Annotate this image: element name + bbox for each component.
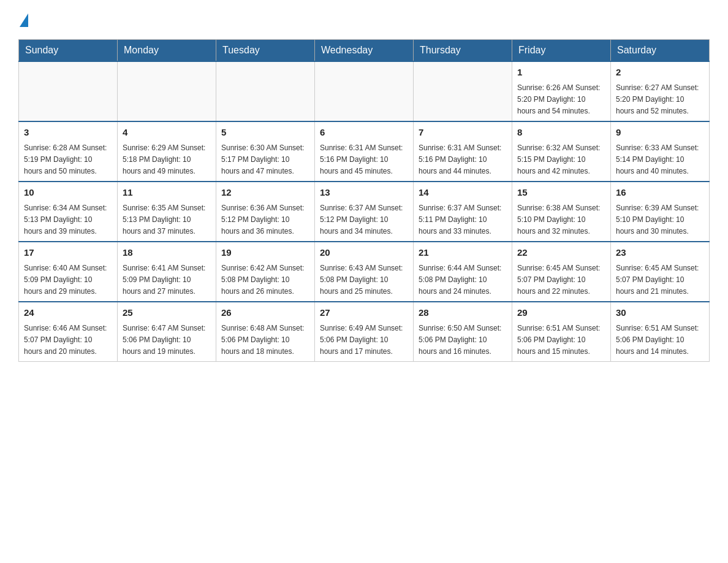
day-info: Sunrise: 6:50 AM Sunset: 5:06 PM Dayligh… [419, 323, 507, 358]
day-number: 19 [221, 246, 309, 260]
day-info: Sunrise: 6:26 AM Sunset: 5:20 PM Dayligh… [517, 82, 605, 118]
day-info: Sunrise: 6:31 AM Sunset: 5:16 PM Dayligh… [419, 142, 507, 178]
day-info: Sunrise: 6:51 AM Sunset: 5:06 PM Dayligh… [616, 323, 704, 358]
day-number: 11 [123, 186, 211, 200]
calendar-day-cell: 4Sunrise: 6:29 AM Sunset: 5:18 PM Daylig… [118, 121, 216, 182]
logo [18, 12, 28, 27]
day-number: 1 [517, 66, 605, 80]
day-number: 24 [24, 306, 112, 320]
day-of-week-header: Sunday [19, 40, 118, 62]
day-number: 3 [24, 126, 112, 140]
day-info: Sunrise: 6:47 AM Sunset: 5:06 PM Dayligh… [123, 323, 211, 358]
day-info: Sunrise: 6:39 AM Sunset: 5:10 PM Dayligh… [616, 202, 704, 238]
day-number: 8 [517, 126, 605, 140]
day-info: Sunrise: 6:49 AM Sunset: 5:06 PM Dayligh… [320, 323, 408, 358]
day-number: 20 [320, 246, 408, 260]
day-number: 28 [419, 306, 507, 320]
day-of-week-header: Friday [512, 40, 611, 62]
calendar-day-cell: 9Sunrise: 6:33 AM Sunset: 5:14 PM Daylig… [611, 121, 710, 182]
calendar-day-cell: 30Sunrise: 6:51 AM Sunset: 5:06 PM Dayli… [611, 302, 710, 362]
calendar-week-row: 1Sunrise: 6:26 AM Sunset: 5:20 PM Daylig… [19, 61, 710, 121]
calendar-day-cell: 13Sunrise: 6:37 AM Sunset: 5:12 PM Dayli… [315, 182, 414, 242]
page-header [18, 12, 710, 27]
day-number: 22 [517, 246, 605, 260]
day-of-week-header: Wednesday [315, 40, 414, 62]
day-number: 27 [320, 306, 408, 320]
calendar-day-cell: 29Sunrise: 6:51 AM Sunset: 5:06 PM Dayli… [512, 302, 611, 362]
day-info: Sunrise: 6:43 AM Sunset: 5:08 PM Dayligh… [320, 262, 408, 298]
day-number: 12 [221, 186, 309, 200]
calendar-day-cell: 8Sunrise: 6:32 AM Sunset: 5:15 PM Daylig… [512, 121, 611, 182]
day-number: 17 [24, 246, 112, 260]
day-of-week-header: Saturday [611, 40, 710, 62]
day-info: Sunrise: 6:29 AM Sunset: 5:18 PM Dayligh… [123, 142, 211, 178]
day-info: Sunrise: 6:44 AM Sunset: 5:08 PM Dayligh… [419, 262, 507, 298]
calendar-day-cell: 24Sunrise: 6:46 AM Sunset: 5:07 PM Dayli… [19, 302, 118, 362]
calendar-day-cell: 21Sunrise: 6:44 AM Sunset: 5:08 PM Dayli… [414, 242, 512, 302]
day-number: 2 [616, 66, 704, 80]
day-info: Sunrise: 6:37 AM Sunset: 5:11 PM Dayligh… [419, 202, 507, 238]
calendar-header-row: SundayMondayTuesdayWednesdayThursdayFrid… [19, 40, 710, 62]
day-info: Sunrise: 6:51 AM Sunset: 5:06 PM Dayligh… [517, 323, 605, 358]
day-info: Sunrise: 6:42 AM Sunset: 5:08 PM Dayligh… [221, 262, 309, 298]
day-number: 9 [616, 126, 704, 140]
calendar-day-cell: 27Sunrise: 6:49 AM Sunset: 5:06 PM Dayli… [315, 302, 414, 362]
day-info: Sunrise: 6:48 AM Sunset: 5:06 PM Dayligh… [221, 323, 309, 358]
day-number: 23 [616, 246, 704, 260]
calendar-week-row: 24Sunrise: 6:46 AM Sunset: 5:07 PM Dayli… [19, 302, 710, 362]
day-info: Sunrise: 6:45 AM Sunset: 5:07 PM Dayligh… [616, 262, 704, 298]
calendar-day-cell: 23Sunrise: 6:45 AM Sunset: 5:07 PM Dayli… [611, 242, 710, 302]
day-number: 30 [616, 306, 704, 320]
calendar-day-cell: 15Sunrise: 6:38 AM Sunset: 5:10 PM Dayli… [512, 182, 611, 242]
calendar-day-cell: 22Sunrise: 6:45 AM Sunset: 5:07 PM Dayli… [512, 242, 611, 302]
calendar-day-cell: 26Sunrise: 6:48 AM Sunset: 5:06 PM Dayli… [216, 302, 315, 362]
day-info: Sunrise: 6:27 AM Sunset: 5:20 PM Dayligh… [616, 82, 704, 118]
calendar-day-cell: 7Sunrise: 6:31 AM Sunset: 5:16 PM Daylig… [414, 121, 512, 182]
calendar-day-cell: 5Sunrise: 6:30 AM Sunset: 5:17 PM Daylig… [216, 121, 315, 182]
day-number: 25 [123, 306, 211, 320]
calendar-day-cell [19, 61, 118, 121]
calendar-table: SundayMondayTuesdayWednesdayThursdayFrid… [18, 39, 710, 362]
day-info: Sunrise: 6:40 AM Sunset: 5:09 PM Dayligh… [24, 262, 112, 298]
day-info: Sunrise: 6:41 AM Sunset: 5:09 PM Dayligh… [123, 262, 211, 298]
calendar-day-cell: 11Sunrise: 6:35 AM Sunset: 5:13 PM Dayli… [118, 182, 216, 242]
logo-triangle-icon [20, 13, 28, 27]
calendar-day-cell: 25Sunrise: 6:47 AM Sunset: 5:06 PM Dayli… [118, 302, 216, 362]
day-info: Sunrise: 6:34 AM Sunset: 5:13 PM Dayligh… [24, 202, 112, 238]
calendar-day-cell: 28Sunrise: 6:50 AM Sunset: 5:06 PM Dayli… [414, 302, 512, 362]
calendar-day-cell: 19Sunrise: 6:42 AM Sunset: 5:08 PM Dayli… [216, 242, 315, 302]
calendar-day-cell [216, 61, 315, 121]
day-info: Sunrise: 6:37 AM Sunset: 5:12 PM Dayligh… [320, 202, 408, 238]
day-number: 6 [320, 126, 408, 140]
calendar-day-cell: 2Sunrise: 6:27 AM Sunset: 5:20 PM Daylig… [611, 61, 710, 121]
calendar-day-cell: 3Sunrise: 6:28 AM Sunset: 5:19 PM Daylig… [19, 121, 118, 182]
calendar-day-cell: 6Sunrise: 6:31 AM Sunset: 5:16 PM Daylig… [315, 121, 414, 182]
day-number: 26 [221, 306, 309, 320]
day-info: Sunrise: 6:38 AM Sunset: 5:10 PM Dayligh… [517, 202, 605, 238]
day-number: 29 [517, 306, 605, 320]
day-info: Sunrise: 6:33 AM Sunset: 5:14 PM Dayligh… [616, 142, 704, 178]
day-number: 13 [320, 186, 408, 200]
calendar-day-cell: 1Sunrise: 6:26 AM Sunset: 5:20 PM Daylig… [512, 61, 611, 121]
calendar-day-cell: 16Sunrise: 6:39 AM Sunset: 5:10 PM Dayli… [611, 182, 710, 242]
day-number: 7 [419, 126, 507, 140]
day-info: Sunrise: 6:28 AM Sunset: 5:19 PM Dayligh… [24, 142, 112, 178]
day-of-week-header: Tuesday [216, 40, 315, 62]
calendar-day-cell [315, 61, 414, 121]
day-of-week-header: Thursday [414, 40, 512, 62]
day-of-week-header: Monday [118, 40, 216, 62]
day-number: 15 [517, 186, 605, 200]
day-number: 4 [123, 126, 211, 140]
day-number: 10 [24, 186, 112, 200]
day-info: Sunrise: 6:30 AM Sunset: 5:17 PM Dayligh… [221, 142, 309, 178]
calendar-day-cell: 10Sunrise: 6:34 AM Sunset: 5:13 PM Dayli… [19, 182, 118, 242]
calendar-day-cell [118, 61, 216, 121]
day-info: Sunrise: 6:46 AM Sunset: 5:07 PM Dayligh… [24, 323, 112, 358]
calendar-day-cell [414, 61, 512, 121]
calendar-day-cell: 20Sunrise: 6:43 AM Sunset: 5:08 PM Dayli… [315, 242, 414, 302]
day-info: Sunrise: 6:31 AM Sunset: 5:16 PM Dayligh… [320, 142, 408, 178]
calendar-day-cell: 14Sunrise: 6:37 AM Sunset: 5:11 PM Dayli… [414, 182, 512, 242]
day-number: 18 [123, 246, 211, 260]
calendar-day-cell: 12Sunrise: 6:36 AM Sunset: 5:12 PM Dayli… [216, 182, 315, 242]
day-number: 21 [419, 246, 507, 260]
